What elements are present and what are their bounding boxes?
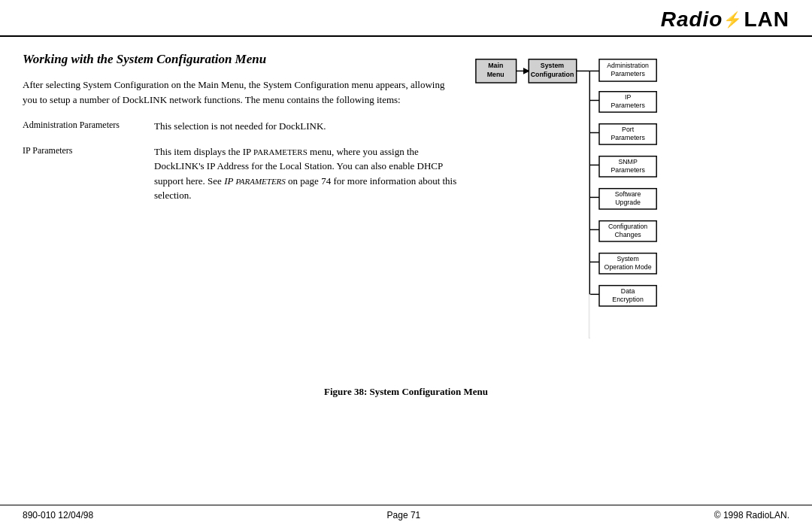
figure-caption: Figure 38: System Configuration Menu — [0, 386, 812, 398]
svg-text:IP: IP — [625, 93, 631, 101]
svg-text:Parameters: Parameters — [611, 166, 645, 174]
diagram-area: Main Menu System Configuration Administr… — [474, 52, 669, 371]
footer-center: Page 71 — [387, 510, 421, 520]
svg-text:Operation Mode: Operation Mode — [604, 263, 652, 271]
page-title: Working with the System Configuration Me… — [23, 52, 459, 67]
def-term-ip: IP Parameters — [23, 144, 139, 157]
svg-text:System: System — [541, 62, 564, 69]
main-content: Working with the System Configuration Me… — [0, 37, 812, 378]
def-item-ip: IP Parameters This item displays the IP … — [23, 144, 459, 203]
logo-bolt-icon: ⚡ — [723, 11, 743, 29]
parameters-smallcaps: Parameters — [253, 147, 308, 156]
def-desc-admin: This selection is not needed for DockLIN… — [154, 119, 459, 134]
ip-italic: IP Parameters — [224, 175, 286, 187]
svg-text:Configuration: Configuration — [608, 223, 647, 230]
logo: Radio⚡LAN — [661, 8, 789, 32]
footer-left: 890-010 12/04/98 — [23, 510, 93, 520]
svg-text:Parameters: Parameters — [611, 134, 645, 141]
intro-paragraph: After selecting System Configuration on … — [23, 77, 459, 107]
system-config-diagram: Main Menu System Configuration Administr… — [474, 52, 662, 368]
svg-text:Encryption: Encryption — [612, 296, 644, 303]
page-footer: 890-010 12/04/98 Page 71 © 1998 RadioLAN… — [0, 505, 812, 525]
svg-text:Parameters: Parameters — [611, 70, 645, 77]
svg-text:SNMP: SNMP — [618, 158, 638, 165]
page-header: Radio⚡LAN — [0, 0, 812, 37]
svg-text:Data: Data — [621, 287, 635, 295]
def-desc-ip: This item displays the IP Parameters men… — [154, 144, 459, 203]
svg-text:Configuration: Configuration — [531, 71, 574, 78]
svg-text:Menu: Menu — [487, 71, 504, 78]
logo-lan-text: LAN — [744, 8, 789, 32]
svg-text:Administration: Administration — [607, 62, 649, 69]
svg-text:Main: Main — [488, 62, 503, 69]
svg-text:Upgrade: Upgrade — [615, 199, 641, 206]
svg-text:Software: Software — [615, 190, 641, 198]
text-area: Working with the System Configuration Me… — [23, 52, 459, 371]
def-term-admin: Administration Parameters — [23, 119, 139, 132]
parameters-italic-smallcaps: Parameters — [235, 177, 285, 186]
svg-text:Changes: Changes — [615, 231, 642, 238]
def-item-admin: Administration Parameters This selection… — [23, 119, 459, 134]
svg-text:Port: Port — [622, 126, 635, 133]
svg-text:Parameters: Parameters — [611, 102, 645, 109]
footer-right: © 1998 RadioLAN. — [714, 510, 789, 520]
svg-text:System: System — [617, 255, 638, 262]
logo-radio-text: Radio — [661, 8, 723, 32]
definition-section: Administration Parameters This selection… — [23, 119, 459, 203]
